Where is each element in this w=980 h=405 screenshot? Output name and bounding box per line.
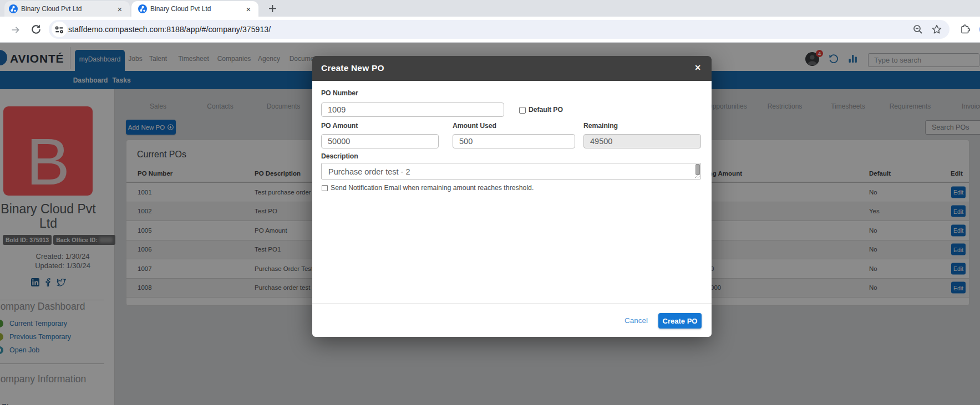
- zoom-out-icon[interactable]: [912, 24, 923, 35]
- notify-checkbox[interactable]: [322, 185, 328, 191]
- tab-title: Binary Cloud Pvt Ltd: [150, 5, 244, 13]
- notify-label: Send Notification Email when remaining a…: [331, 184, 534, 192]
- amount-used-input[interactable]: 500: [453, 134, 575, 148]
- modal-header: Create New PO ✕: [312, 56, 712, 81]
- cancel-button[interactable]: Cancel: [624, 316, 648, 325]
- url-text[interactable]: staffdemo.compastech.com:8188/app/#/comp…: [68, 25, 271, 34]
- modal-footer: Cancel Create PO: [312, 303, 712, 337]
- tab-close-icon[interactable]: ×: [244, 4, 253, 13]
- description-textarea[interactable]: Purchase order test - 2: [321, 163, 701, 180]
- tab-title: Binary Cloud Pvt Ltd: [21, 5, 115, 13]
- tab-strip: Binary Cloud Pvt Ltd × Binary Cloud Pvt …: [0, 0, 980, 17]
- new-tab-button[interactable]: [268, 4, 277, 13]
- modal-title: Create New PO: [321, 63, 384, 73]
- tab-close-icon[interactable]: ×: [115, 4, 124, 13]
- create-po-button[interactable]: Create PO: [658, 313, 702, 329]
- modal-close-icon[interactable]: ✕: [694, 63, 701, 72]
- po-number-label: PO Number: [321, 89, 358, 97]
- avionte-favicon: [138, 4, 147, 13]
- default-po-checkbox[interactable]: [519, 107, 526, 114]
- browser-tab-2[interactable]: Binary Cloud Pvt Ltd ×: [131, 1, 258, 17]
- site-settings-icon[interactable]: [54, 25, 64, 35]
- browser-tab-1[interactable]: Binary Cloud Pvt Ltd ×: [4, 1, 130, 17]
- remaining-label: Remaining: [583, 122, 618, 130]
- po-amount-label: PO Amount: [321, 122, 358, 130]
- reload-icon[interactable]: [31, 24, 42, 35]
- po-amount-input[interactable]: 50000: [321, 134, 439, 148]
- remaining-input: 49500: [583, 134, 701, 148]
- app-viewport: AVIONTÉ myDashboard Jobs Talent Timeshee…: [0, 43, 980, 405]
- textarea-resize-handle[interactable]: [694, 173, 700, 178]
- forward-icon[interactable]: [11, 25, 20, 34]
- extensions-icon[interactable]: [959, 24, 971, 35]
- default-po-label: Default PO: [529, 106, 563, 114]
- bookmark-star-icon[interactable]: [931, 24, 942, 35]
- create-po-modal: Create New PO ✕ PO Number 1009 Default P…: [312, 56, 712, 337]
- description-label: Description: [321, 152, 358, 160]
- po-number-input[interactable]: 1009: [321, 102, 504, 117]
- avionte-favicon: [9, 4, 18, 13]
- browser-chrome: Binary Cloud Pvt Ltd × Binary Cloud Pvt …: [0, 0, 980, 43]
- amount-used-label: Amount Used: [453, 122, 496, 130]
